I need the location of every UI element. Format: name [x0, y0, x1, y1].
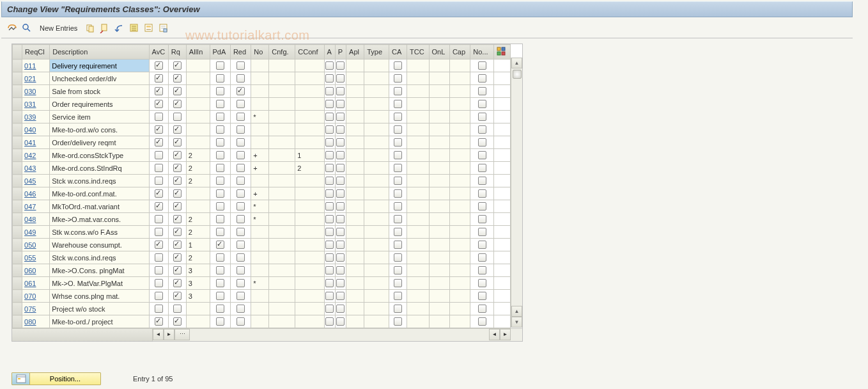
- cell-rq[interactable]: [168, 60, 186, 72]
- cell-noo[interactable]: [470, 264, 494, 277]
- cell-reqcl[interactable]: 048: [22, 213, 50, 226]
- cell-p[interactable]: [335, 303, 346, 315]
- cell-pda[interactable]: [210, 315, 230, 328]
- row-selector[interactable]: [13, 85, 22, 98]
- cell-avc[interactable]: [149, 111, 168, 123]
- cell-avc[interactable]: [149, 123, 168, 136]
- cell-noo[interactable]: [470, 303, 494, 315]
- cell-reqcl[interactable]: 046: [22, 187, 50, 200]
- cell-reqcl[interactable]: 042: [22, 149, 50, 162]
- cell-p[interactable]: [335, 60, 346, 72]
- cell-cnfg[interactable]: [269, 251, 295, 264]
- cell-cconf[interactable]: 1: [295, 149, 324, 162]
- cell-type[interactable]: [364, 72, 389, 85]
- cell-onl[interactable]: [429, 226, 449, 239]
- cell-cconf[interactable]: [295, 111, 324, 123]
- cell-noo[interactable]: [470, 251, 494, 264]
- cell-allin[interactable]: [186, 136, 210, 149]
- col-cap[interactable]: Cap: [449, 45, 470, 60]
- cell-no[interactable]: [251, 72, 269, 85]
- cell-a[interactable]: [324, 277, 335, 290]
- cell-a[interactable]: [324, 175, 335, 187]
- col-p[interactable]: P: [335, 45, 346, 60]
- col-tcc[interactable]: TCC: [407, 45, 430, 60]
- cell-ca[interactable]: [389, 98, 407, 111]
- cell-rq[interactable]: [168, 98, 186, 111]
- cell-ca[interactable]: [389, 277, 407, 290]
- cell-a[interactable]: [324, 60, 335, 72]
- cell-type[interactable]: [364, 123, 389, 136]
- cell-cconf[interactable]: [295, 200, 324, 213]
- cell-p[interactable]: [335, 277, 346, 290]
- cell-cnfg[interactable]: [269, 85, 295, 98]
- cell-red[interactable]: [230, 239, 251, 251]
- cell-avc[interactable]: [149, 72, 168, 85]
- cell-type[interactable]: [364, 187, 389, 200]
- table-row[interactable]: 049Stk w.cons.w/o F.Ass2: [13, 226, 511, 239]
- cell-apl[interactable]: [346, 162, 364, 175]
- cell-description[interactable]: MkToOrd.-mat.variant: [50, 200, 149, 213]
- col-pda[interactable]: PdA: [210, 45, 230, 60]
- cell-p[interactable]: [335, 315, 346, 328]
- cell-p[interactable]: [335, 187, 346, 200]
- row-selector[interactable]: [13, 226, 22, 239]
- cell-p[interactable]: [335, 290, 346, 303]
- col-cnfg[interactable]: Cnfg.: [269, 45, 295, 60]
- cell-apl[interactable]: [346, 123, 364, 136]
- cell-cconf[interactable]: [295, 136, 324, 149]
- cell-type[interactable]: [364, 60, 389, 72]
- hscroll-track[interactable]: [190, 329, 489, 341]
- cell-pda[interactable]: [210, 303, 230, 315]
- cell-red[interactable]: [230, 277, 251, 290]
- cell-type[interactable]: [364, 175, 389, 187]
- cell-cap[interactable]: [449, 136, 470, 149]
- cell-cap[interactable]: [449, 111, 470, 123]
- cell-p[interactable]: [335, 213, 346, 226]
- cell-allin[interactable]: 3: [186, 290, 210, 303]
- cell-cap[interactable]: [449, 264, 470, 277]
- cell-allin[interactable]: 2: [186, 226, 210, 239]
- cell-red[interactable]: [230, 290, 251, 303]
- cell-rq[interactable]: [168, 175, 186, 187]
- cell-tcc[interactable]: [407, 187, 430, 200]
- table-row[interactable]: 042Mke-ord.consStckType2+1: [13, 149, 511, 162]
- cell-avc[interactable]: [149, 175, 168, 187]
- cell-cconf[interactable]: [295, 290, 324, 303]
- cell-cnfg[interactable]: [269, 72, 295, 85]
- col-noo[interactable]: No...: [470, 45, 494, 60]
- cell-p[interactable]: [335, 111, 346, 123]
- cell-reqcl[interactable]: 047: [22, 200, 50, 213]
- cell-reqcl[interactable]: 050: [22, 239, 50, 251]
- vscroll-track[interactable]: [511, 68, 522, 306]
- col-rq[interactable]: Rq: [168, 45, 186, 60]
- cell-cconf[interactable]: [295, 187, 324, 200]
- cell-noo[interactable]: [470, 239, 494, 251]
- cell-cconf[interactable]: [295, 315, 324, 328]
- row-selector[interactable]: [13, 303, 22, 315]
- new-entries-button[interactable]: New Entries: [36, 24, 81, 32]
- select-all-icon[interactable]: [128, 22, 140, 34]
- cell-ca[interactable]: [389, 290, 407, 303]
- cell-p[interactable]: [335, 264, 346, 277]
- cell-apl[interactable]: [346, 72, 364, 85]
- cell-allin[interactable]: 3: [186, 277, 210, 290]
- cell-rq[interactable]: [168, 136, 186, 149]
- cell-avc[interactable]: [149, 98, 168, 111]
- cell-cnfg[interactable]: [269, 162, 295, 175]
- cell-a[interactable]: [324, 264, 335, 277]
- hscroll-right-arrow-r[interactable]: ►: [500, 329, 511, 340]
- row-selector[interactable]: [13, 175, 22, 187]
- cell-allin[interactable]: [186, 85, 210, 98]
- cell-cnfg[interactable]: [269, 200, 295, 213]
- table-row[interactable]: 031Order requirements: [13, 98, 511, 111]
- cell-no[interactable]: +: [251, 149, 269, 162]
- cell-rq[interactable]: [168, 123, 186, 136]
- cell-cnfg[interactable]: [269, 303, 295, 315]
- table-row[interactable]: 011Delivery requirement: [13, 60, 511, 72]
- cell-red[interactable]: [230, 85, 251, 98]
- cell-apl[interactable]: [346, 264, 364, 277]
- cell-description[interactable]: Service item: [50, 111, 149, 123]
- cell-red[interactable]: [230, 303, 251, 315]
- cell-a[interactable]: [324, 200, 335, 213]
- cell-onl[interactable]: [429, 213, 449, 226]
